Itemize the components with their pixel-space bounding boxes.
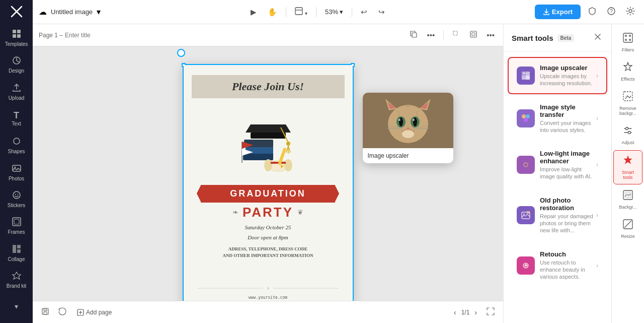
select-tool-button[interactable]: ▶ — [247, 5, 260, 19]
right-tool-label-adjust: Adjust — [621, 140, 634, 145]
event-address: ADRESS, TELEPHONE, DRESS CODE — [228, 246, 308, 253]
title-chevron-icon[interactable]: ▾ — [97, 7, 101, 17]
sidebar-item-collapse[interactable]: ▾ — [2, 294, 31, 319]
svg-rect-76 — [623, 33, 632, 42]
settings-button[interactable] — [623, 4, 638, 21]
page-title-input[interactable] — [65, 32, 125, 39]
right-tool-resize[interactable]: Resize — [613, 215, 642, 243]
sidebar-item-templates[interactable]: Templates — [2, 25, 31, 50]
flourish-right: ❦ — [297, 208, 303, 216]
tool-list: Image upscaler Upscale images by increas… — [504, 52, 611, 323]
svg-marker-81 — [624, 62, 632, 71]
document-title[interactable]: Untitled image — [51, 8, 93, 16]
svg-marker-37 — [246, 124, 291, 133]
close-panel-button[interactable] — [592, 31, 603, 44]
prev-page-button[interactable]: ‹ — [451, 306, 459, 318]
sidebar-item-stickers[interactable]: Stickers — [2, 186, 31, 211]
canvas-header: Please Join Us! — [192, 75, 345, 98]
sidebar-item-label-collage: Collage — [8, 256, 25, 262]
sidebar-item-collage[interactable]: Collage — [2, 240, 31, 265]
image-upscaler-desc: Upscale images by increasing resolution. — [540, 73, 596, 87]
shield-button[interactable] — [585, 4, 600, 21]
panel-title: Smart tools Beta — [512, 34, 574, 42]
right-tool-filters[interactable]: Filters — [613, 28, 642, 56]
right-tool-effects[interactable]: Effects — [613, 57, 642, 86]
crop-button[interactable] — [450, 28, 463, 42]
tool-chevron-style: › — [596, 115, 598, 122]
retouch-icon — [517, 256, 535, 275]
bottom-bar: Add page ‹ 1/1 › — [33, 301, 503, 323]
zoom-selector[interactable]: 53% ▾ — [321, 6, 347, 18]
main-area: Page 1 – ••• ••• — [33, 24, 503, 323]
image-upscaler-icon — [517, 67, 535, 85]
svg-point-7 — [14, 138, 20, 144]
sidebar-item-upload[interactable]: Upload — [2, 79, 31, 104]
rotation-handle[interactable] — [177, 49, 185, 57]
retouch-desc: Use retouch to enhance beauty in various… — [540, 259, 596, 281]
tool-item-style-transfer[interactable]: Image style transfer Convert your images… — [508, 96, 607, 141]
right-tool-background[interactable]: Backgr... — [613, 185, 642, 214]
history-button[interactable] — [56, 305, 69, 320]
templates-icon — [12, 29, 22, 40]
svg-line-90 — [626, 223, 629, 226]
sidebar-item-label-photos: Photos — [9, 176, 24, 181]
style-transfer-name: Image style transfer — [540, 103, 596, 118]
tool-item-low-light[interactable]: Low-light image enhancer Improve low-lig… — [508, 143, 607, 187]
svg-rect-2 — [13, 30, 16, 33]
more-options-button[interactable]: ••• — [424, 28, 437, 42]
tool-item-photo-restoration[interactable]: Old photo restoration Repair your damage… — [508, 189, 607, 241]
sidebar-item-frames[interactable]: Frames — [2, 214, 31, 238]
filters-icon — [622, 32, 633, 46]
svg-point-102 — [523, 214, 525, 215]
svg-rect-71 — [44, 308, 47, 311]
right-tool-label-filters: Filters — [622, 47, 634, 52]
background-icon — [622, 189, 633, 203]
low-light-name: Low-light image enhancer — [540, 150, 596, 165]
svg-rect-24 — [412, 33, 417, 37]
right-tool-smart-tools[interactable]: Smarttools — [613, 150, 642, 184]
sidebar-item-design[interactable]: Design — [2, 52, 31, 77]
tool-chevron-retouch: › — [596, 262, 598, 269]
save-button[interactable] — [39, 305, 52, 320]
copy-page-button[interactable] — [407, 28, 420, 42]
design-canvas[interactable]: Please Join Us! — [183, 64, 354, 306]
page-label: Page 1 – — [39, 32, 63, 39]
text-icon: T — [14, 111, 19, 120]
sidebar-item-photos[interactable]: Photos — [2, 160, 31, 184]
photos-icon — [12, 163, 22, 175]
upload-icon — [12, 83, 22, 94]
tool-item-retouch[interactable]: Retouch Use retouch to enhance beauty in… — [508, 243, 607, 288]
redo-button[interactable]: ↪ — [375, 5, 388, 19]
sidebar-item-brand-kit[interactable]: Brand kit — [2, 267, 31, 292]
zoom-chevron-icon: ▾ — [340, 8, 343, 16]
add-page-label: Add page — [86, 309, 112, 316]
top-bar: ☁ Untitled image ▾ ▶ ✋ ▾ 53% ▾ ↩ ↪ Expor… — [33, 0, 644, 24]
more-canvas-options-button[interactable]: ••• — [484, 28, 497, 42]
image-upscaler-info: Image upscaler Upscale images by increas… — [540, 64, 596, 87]
zoom-level: 53% — [325, 8, 338, 16]
style-transfer-icon — [517, 109, 535, 127]
sidebar-item-label-text: Text — [12, 121, 21, 126]
export-button[interactable]: Export — [535, 5, 581, 19]
event-date: Saturday October 25 — [245, 223, 291, 232]
expand-button[interactable] — [484, 305, 497, 320]
right-tool-adjust[interactable]: Adjust — [613, 121, 642, 149]
sidebar-item-shapes[interactable]: Shapes — [2, 133, 31, 158]
sidebar-item-label-stickers: Stickers — [8, 203, 26, 208]
layout-tool-button[interactable]: ▾ — [291, 5, 311, 19]
graduation-image — [228, 102, 308, 183]
add-page-button[interactable]: Add page — [73, 306, 116, 318]
undo-button[interactable]: ↩ — [357, 5, 371, 19]
style-transfer-info: Image style transfer Convert your images… — [540, 103, 596, 134]
align-button[interactable] — [467, 28, 480, 42]
app-logo[interactable] — [9, 4, 25, 19]
sidebar-item-text[interactable]: T Text — [2, 106, 31, 131]
tool-item-image-upscaler[interactable]: Image upscaler Upscale images by increas… — [508, 57, 607, 94]
right-tool-remove-bg[interactable]: Removebackgr... — [613, 87, 642, 120]
help-button[interactable]: ? — [604, 4, 619, 21]
right-tool-label-remove-bg: Removebackgr... — [619, 106, 636, 116]
cat-popup-label: Image upscaler — [363, 148, 453, 163]
svg-point-61 — [413, 117, 417, 126]
pan-tool-button[interactable]: ✋ — [264, 5, 281, 19]
next-page-button[interactable]: › — [471, 306, 480, 318]
